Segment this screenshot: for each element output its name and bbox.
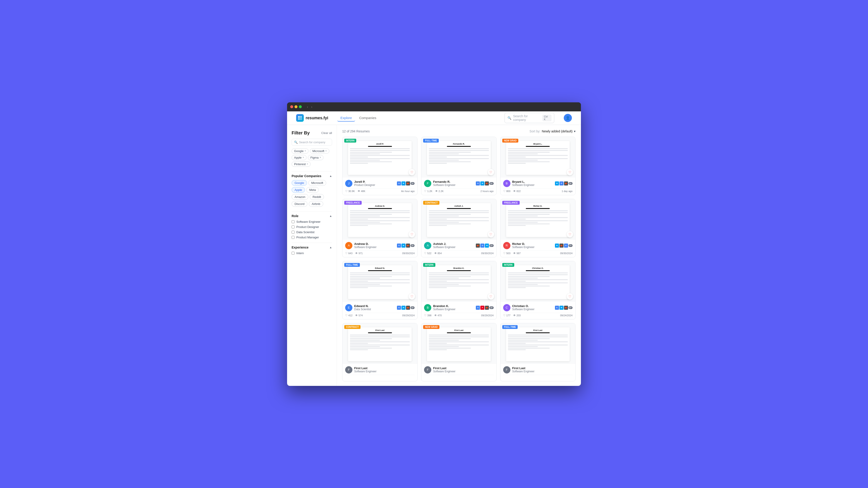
search-kbd: Ctrl K — [542, 115, 551, 121]
doc-line — [350, 287, 368, 288]
doc-line — [350, 340, 380, 341]
role-software-engineer[interactable]: Software Engineer — [291, 220, 332, 223]
company-chip-apple[interactable]: Apple — [291, 187, 305, 193]
experience-intern[interactable]: Intern — [291, 252, 332, 255]
resume-person: E Edward N. Data Scientist GM🍎4+ — [345, 304, 414, 311]
role-checkbox-pm[interactable] — [291, 236, 294, 239]
role-checkbox-se[interactable] — [291, 220, 294, 223]
sidebar-search[interactable]: 🔍 Search for company — [291, 139, 332, 146]
doc-line — [350, 341, 410, 342]
company-chip-meta[interactable]: Meta — [306, 187, 319, 193]
resume-card[interactable]: INTERN Christian O. ♡ C Christian O. Sof… — [500, 261, 576, 320]
views-count: 470 — [438, 314, 442, 317]
resume-card[interactable]: FREELANCE Richer D. ♡ R Richer D. Softwa… — [500, 199, 576, 257]
role-data-scientist[interactable]: Data Scientist — [291, 230, 332, 234]
filter-tag-google[interactable]: Google × — [291, 149, 309, 154]
company-chip-reddit[interactable]: Reddit — [310, 194, 324, 200]
heart-button[interactable]: ♡ — [488, 169, 494, 175]
nav-search[interactable]: 🔍 Search for company Ctrl K — [504, 113, 554, 123]
svg-rect-2 — [298, 118, 300, 120]
experience-collapse-icon[interactable]: ▲ — [329, 246, 332, 249]
browser-titlebar: ‹ › — [287, 102, 581, 111]
heart-button[interactable]: ♡ — [488, 231, 494, 237]
company-icons: GM🍎4+ — [397, 306, 414, 310]
resume-card[interactable]: INTERN Brandon K. ♡ B Brandon K. Softwar… — [421, 261, 496, 320]
resume-card[interactable]: FREELANCE Andrew D. ♡ A Andrew D. Softwa… — [342, 199, 417, 257]
close-button[interactable] — [290, 105, 293, 108]
doc-name: Bryant L. — [508, 143, 568, 145]
company-logo-icon: G — [476, 182, 480, 186]
doc-line — [429, 336, 489, 337]
doc-line — [350, 225, 368, 226]
clear-all-button[interactable]: Clear all — [321, 131, 332, 135]
resume-card[interactable]: NEW GRAD Bryant L. ♡ B Bryant L. Softwar… — [500, 137, 576, 195]
role-collapse-icon[interactable]: ▲ — [329, 215, 332, 218]
heart-button[interactable]: ♡ — [409, 169, 415, 175]
resume-preview: INTERN Christian O. ♡ — [500, 261, 575, 302]
doc-line — [508, 345, 568, 346]
doc-line — [429, 272, 489, 273]
maximize-button[interactable] — [299, 105, 302, 108]
company-chip-airbnb[interactable]: Airbnb — [309, 201, 323, 207]
heart-button[interactable]: ♡ — [409, 231, 415, 237]
resume-preview: FREELANCE Andrew D. ♡ — [342, 199, 417, 240]
heart-button[interactable]: ♡ — [409, 293, 415, 300]
person-name: Andrew D. — [354, 242, 395, 246]
resume-person: F First Last Software Engineer — [503, 366, 572, 373]
heart-button[interactable]: ♡ — [567, 293, 573, 300]
more-count: 3+ — [410, 244, 414, 247]
search-icon: 🔍 — [507, 116, 511, 120]
logo-icon — [296, 114, 304, 122]
doc-line — [429, 222, 459, 223]
resume-card[interactable]: FULL-TIME First Last F First Last Softwa… — [500, 323, 576, 381]
company-chip-microsoft[interactable]: Microsoft — [308, 180, 326, 186]
filter-tag-apple[interactable]: Apple × — [291, 155, 307, 160]
person-details: Fernando R. Software Engineer — [433, 180, 474, 187]
resume-card[interactable]: FULL-TIME Fernando R. ♡ F Fernando R. So… — [421, 137, 496, 195]
nav-explore[interactable]: Explore — [337, 115, 355, 122]
heart-button[interactable]: ♡ — [488, 293, 494, 300]
role-checkbox-ds[interactable] — [291, 231, 294, 234]
resume-card[interactable]: NEW GRAD First Last F First Last Softwar… — [421, 323, 496, 381]
forward-button[interactable]: › — [310, 105, 313, 109]
company-chip-amazon[interactable]: Amazon — [291, 194, 308, 200]
logo[interactable]: resumes.fyi — [296, 114, 328, 122]
logo-text: resumes.fyi — [306, 116, 328, 121]
role-product-manager[interactable]: Product Manager — [291, 236, 332, 239]
resume-badge: CONTRACT — [344, 325, 361, 329]
resume-card[interactable]: FULL-TIME Edward N. ♡ E Edward N. Data S… — [342, 261, 417, 320]
role-product-designer[interactable]: Product Designer — [291, 225, 332, 229]
hearts-count: 800 — [506, 190, 510, 193]
filter-tag-pinterest[interactable]: Pinterest × — [291, 162, 311, 167]
company-chip-google[interactable]: Google — [291, 180, 307, 186]
svg-rect-3 — [300, 118, 302, 120]
back-button[interactable]: ‹ — [306, 105, 309, 109]
resume-card[interactable]: CONTRACT Ashish J. ♡ A Ashish J. Softwar… — [421, 199, 496, 257]
filter-header: Filter By Clear all — [291, 130, 332, 135]
resume-card[interactable]: CONTRACT First Last F First Last Softwar… — [342, 323, 417, 381]
filter-tag-figma[interactable]: Figma × — [308, 155, 323, 160]
nav-companies[interactable]: Companies — [356, 115, 379, 122]
resume-card[interactable]: INTERN Jorell P. ♡ J Jorell P. Product D… — [342, 137, 417, 195]
doc-line — [350, 148, 410, 149]
heart-button[interactable]: ♡ — [567, 231, 573, 237]
company-chip-discord[interactable]: Discord — [291, 201, 307, 207]
minimize-button[interactable] — [294, 105, 298, 108]
more-count: 3+ — [410, 182, 414, 185]
experience-checkbox-intern[interactable] — [291, 252, 294, 255]
user-avatar[interactable]: 👤 — [564, 114, 572, 122]
filter-tag-microsoft[interactable]: Microsoft × — [310, 149, 329, 154]
company-logo-icon: P — [480, 306, 485, 310]
resume-person: A Ashish J. Software Engineer 🍎GM2+ — [424, 242, 493, 249]
role-checkbox-pd[interactable] — [291, 225, 294, 228]
company-icons: GM🍎6+ — [555, 306, 572, 310]
doc-line — [350, 223, 392, 224]
doc-line — [508, 349, 526, 350]
heart-button[interactable]: ♡ — [567, 169, 573, 175]
doc-line — [508, 219, 526, 220]
sort-control[interactable]: Sort by: Newly added (default) ▾ — [530, 129, 576, 133]
person-avatar: F — [424, 366, 431, 373]
heart-icon: ♡ — [424, 252, 427, 255]
collapse-icon[interactable]: ▲ — [329, 174, 332, 177]
doc-line — [526, 208, 550, 209]
